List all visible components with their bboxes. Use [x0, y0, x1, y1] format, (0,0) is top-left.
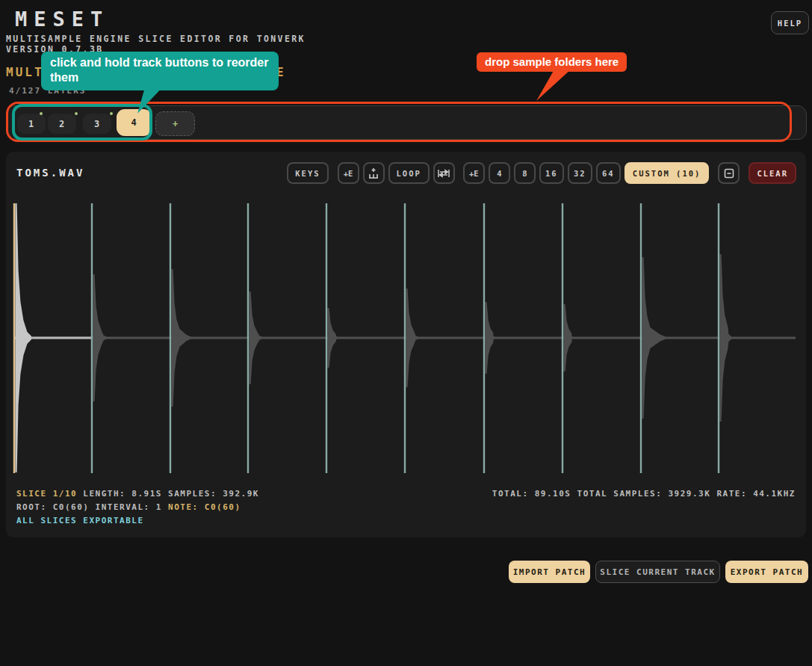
waveform-display[interactable] — [6, 152, 806, 537]
totals-line: TOTAL: 89.10S TOTAL SAMPLES: 3929.3K RAT… — [492, 489, 796, 499]
note-value: NOTE: C0(60) — [168, 502, 241, 512]
slice-length: LENGTH: 8.91S SAMPLES: 392.9K — [77, 489, 259, 499]
app-title: MESET — [15, 7, 109, 31]
drop-tooltip: drop sample folders here — [477, 52, 627, 72]
track-button-2[interactable]: 2 — [48, 114, 76, 134]
track-button-3[interactable]: 3 — [83, 114, 111, 134]
slice-marker[interactable] — [13, 203, 15, 473]
track-loaded-dot — [110, 112, 113, 115]
track-loaded-dot — [148, 108, 151, 111]
slice-marker[interactable] — [483, 203, 485, 473]
exportable-status: ALL SLICES EXPORTABLE — [16, 516, 144, 525]
slice-marker[interactable] — [718, 203, 719, 473]
app-subtitle: MULTISAMPLE ENGINE SLICE EDITOR FOR TONV… — [6, 34, 306, 44]
slice-marker[interactable] — [326, 203, 327, 473]
root-note-line: ROOT: C0(60) INTERVAL: 1 NOTE: C0(60) — [16, 502, 241, 512]
slice-status-line: SLICE 1/10 LENGTH: 8.91S SAMPLES: 392.9K — [16, 489, 259, 499]
mode-heading-start: MULT — [6, 65, 44, 79]
track-row: 1 2 3 4 + — [6, 105, 807, 140]
track-loaded-dot — [40, 112, 43, 115]
reorder-tooltip: click and hold track buttons to reorder … — [41, 52, 279, 90]
help-button[interactable]: HELP — [771, 11, 809, 34]
drop-tooltip-tail — [523, 70, 583, 102]
slice-current-track-button[interactable]: SLICE CURRENT TRACK — [595, 561, 720, 583]
slice-marker[interactable] — [404, 203, 406, 473]
slice-marker[interactable] — [562, 203, 563, 473]
slice-marker[interactable] — [170, 203, 171, 473]
export-patch-button[interactable]: EXPORT PATCH — [725, 561, 808, 583]
meset-app: { "header": { "title": "MESET", "subtitl… — [0, 0, 812, 666]
slice-index: SLICE 1/10 — [16, 489, 77, 499]
slice-marker[interactable] — [640, 203, 642, 473]
slice-marker[interactable] — [247, 203, 249, 473]
import-patch-button[interactable]: IMPORT PATCH — [509, 561, 590, 583]
track-loaded-dot — [75, 112, 78, 115]
editor-panel: TOMS.WAV KEYS +E LOOP +E 4 — [6, 152, 806, 537]
add-track-button[interactable]: + — [155, 111, 195, 136]
slice-marker[interactable] — [91, 203, 93, 473]
root-interval: ROOT: C0(60) INTERVAL: 1 — [16, 502, 168, 512]
track-button-1[interactable]: 1 — [17, 114, 46, 134]
track-button-4[interactable]: 4 — [117, 109, 152, 136]
